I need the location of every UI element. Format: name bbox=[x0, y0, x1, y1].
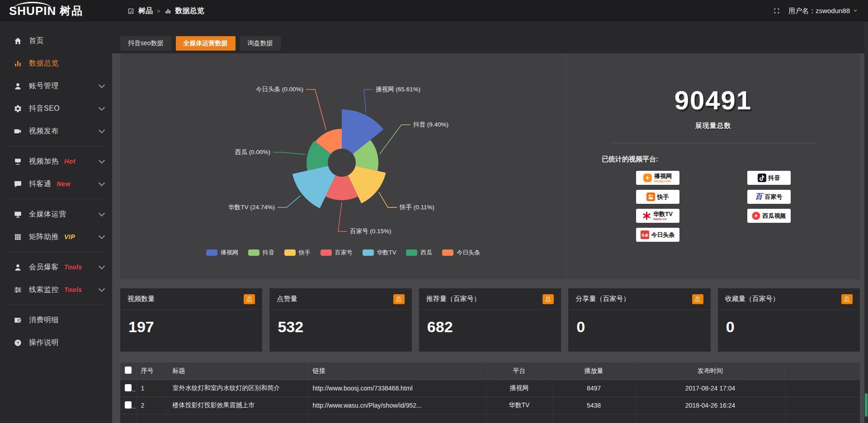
scrollbar-thumb[interactable] bbox=[865, 393, 868, 417]
legend-label: 播视网 bbox=[221, 249, 238, 257]
sidebar-item-账号管理[interactable]: 账号管理 bbox=[0, 75, 112, 97]
fullscreen-button[interactable] bbox=[773, 7, 780, 14]
sidebar-item-数据总览[interactable]: 数据总览 bbox=[0, 52, 112, 75]
row-checkbox[interactable] bbox=[125, 401, 132, 409]
cell-empty bbox=[785, 397, 860, 414]
stat-card-total-badge[interactable]: 总 bbox=[841, 294, 853, 304]
sidebar-item-矩阵助推[interactable]: 矩阵助推VIP bbox=[0, 226, 112, 248]
chevron-down-icon bbox=[99, 286, 105, 292]
sidebar-item-label: 全媒体运营 bbox=[29, 210, 66, 219]
stat-card-total-badge[interactable]: 总 bbox=[244, 294, 255, 304]
video-icon bbox=[14, 127, 22, 136]
user-label: 用户名：zswodun88 bbox=[788, 7, 850, 15]
platform-badge-播视网: 播视网boosj.com bbox=[636, 171, 679, 185]
row-checkbox[interactable] bbox=[125, 384, 132, 391]
tab-询盘数据[interactable]: 询盘数据 bbox=[240, 36, 281, 51]
breadcrumb-root[interactable]: 树品 bbox=[138, 6, 153, 16]
cell-link[interactable]: http://www.boosj.com/7338468.html bbox=[308, 380, 486, 397]
stat-card-推荐量（百家号）: 推荐量（百家号）总682 bbox=[419, 288, 561, 352]
legend-label: 今日头条 bbox=[457, 249, 480, 257]
platforms-title: 已统计的视频平台: bbox=[602, 155, 860, 164]
legend-item-今日头条[interactable]: 今日头条 bbox=[442, 249, 480, 257]
legend-swatch bbox=[442, 249, 453, 256]
stat-card-value: 532 bbox=[269, 310, 411, 336]
chevron-down-icon bbox=[99, 104, 105, 111]
cell-plays: 5438 bbox=[552, 397, 636, 414]
cell-index bbox=[136, 414, 168, 423]
legend-item-西瓜[interactable]: 西瓜 bbox=[406, 249, 432, 257]
chevron-down-icon bbox=[99, 263, 105, 269]
tab-抖音seo数据[interactable]: 抖音seo数据 bbox=[120, 36, 171, 51]
cell-link[interactable]: http://www.wasu.cn/Play/show/id/952... bbox=[308, 397, 486, 414]
pie-label-line bbox=[380, 125, 410, 154]
wallet-icon bbox=[14, 316, 22, 324]
sidebar-item-会员爆客[interactable]: 会员爆客Tools bbox=[0, 256, 112, 278]
chevron-down-icon bbox=[99, 233, 105, 239]
user-icon bbox=[14, 82, 22, 90]
stat-card-total-badge[interactable]: 总 bbox=[542, 294, 554, 304]
pie-label: 西瓜 (0.00%) bbox=[235, 149, 270, 155]
legend-item-抖音[interactable]: 抖音 bbox=[248, 249, 274, 257]
legend-swatch bbox=[321, 249, 332, 256]
total-impressions-label: 展现量总数 bbox=[566, 122, 860, 130]
cell-title[interactable] bbox=[168, 414, 308, 423]
logo-text: SHUPIN bbox=[9, 5, 56, 17]
table-header-链接: 链接 bbox=[308, 362, 486, 380]
stat-card-value: 0 bbox=[568, 310, 710, 336]
sidebar-item-label: 抖音SEO bbox=[29, 104, 60, 113]
chevron-down-icon bbox=[99, 127, 105, 133]
sidebar-item-消费明细[interactable]: 消费明细 bbox=[0, 309, 112, 331]
sidebar-item-badge: Tools bbox=[64, 263, 82, 271]
tab-全媒体运营数据[interactable]: 全媒体运营数据 bbox=[176, 36, 236, 51]
sidebar-item-首页[interactable]: 首页 bbox=[0, 29, 112, 52]
cell-time: 2018-04-26 16:24 bbox=[636, 397, 785, 414]
legend-item-快手[interactable]: 快手 bbox=[284, 249, 311, 257]
sidebar-item-抖客通[interactable]: 抖客通New bbox=[0, 173, 112, 195]
breadcrumb-current: 数据总览 bbox=[175, 6, 204, 16]
stat-card-视频数量: 视频数量总197 bbox=[120, 288, 262, 352]
legend-item-播视网[interactable]: 播视网 bbox=[206, 249, 238, 257]
cell-title[interactable]: 室外水纹灯和室内水纹灯的区别和简介 bbox=[168, 380, 308, 397]
sidebar-item-全媒体运营[interactable]: 全媒体运营 bbox=[0, 203, 112, 226]
stat-card-header: 点赞量总 bbox=[269, 288, 411, 310]
sidebar-menu: 首页数据总览账号管理抖音SEO视频发布视频加热Hot抖客通New全媒体运营矩阵助… bbox=[0, 29, 112, 354]
legend-label: 快手 bbox=[299, 249, 311, 257]
topbar: SHUPIN 树品 树品 > 数据总览 用户名：zswodun88 bbox=[0, 0, 868, 22]
user-menu[interactable]: 用户名：zswodun88 bbox=[788, 7, 858, 15]
chevron-down-icon bbox=[853, 8, 858, 14]
sidebar-item-操作说明[interactable]: ?操作说明 bbox=[0, 331, 112, 354]
select-all-checkbox[interactable] bbox=[125, 367, 132, 374]
sidebar-item-label: 会员爆客 bbox=[29, 263, 59, 272]
question-icon: ? bbox=[14, 338, 22, 347]
cell-title[interactable]: 楼体投影灯投影效果震撼上市 bbox=[168, 397, 308, 414]
pie-label: 播视网 (65.61%) bbox=[376, 86, 420, 93]
summary-divider bbox=[611, 143, 816, 143]
legend-swatch bbox=[284, 249, 296, 256]
kuaishou-icon bbox=[646, 193, 655, 201]
sidebar-item-badge: New bbox=[57, 180, 71, 188]
sidebar-item-视频加热[interactable]: 视频加热Hot bbox=[0, 150, 112, 173]
page-scrollbar[interactable] bbox=[864, 22, 868, 423]
table-row: 2楼体投影灯投影效果震撼上市http://www.wasu.cn/Play/sh… bbox=[120, 397, 860, 414]
stat-card-total-badge[interactable]: 总 bbox=[692, 294, 703, 304]
pie-label: 百家号 (0.15%) bbox=[350, 228, 392, 235]
sidebar-item-视频发布[interactable]: 视频发布 bbox=[0, 120, 112, 142]
cell-platform: 播视网 bbox=[486, 380, 552, 397]
legend-item-百家号[interactable]: 百家号 bbox=[321, 249, 353, 257]
legend-item-华数TV[interactable]: 华数TV bbox=[363, 249, 396, 257]
sidebar-item-label: 视频发布 bbox=[29, 127, 59, 136]
monitor-icon bbox=[14, 210, 22, 219]
sidebar-item-抖音SEO[interactable]: 抖音SEO bbox=[0, 97, 112, 120]
breadcrumb-separator: > bbox=[157, 8, 160, 14]
sidebar-item-badge: Tools bbox=[64, 286, 82, 293]
cell-index: 2 bbox=[136, 397, 168, 414]
stat-card-title: 推荐量（百家号） bbox=[426, 295, 481, 303]
stat-card-total-badge[interactable]: 总 bbox=[393, 294, 405, 304]
legend-swatch bbox=[248, 249, 259, 256]
platform-pie-chart: 播视网 (65.61%)抖音 (9.40%)快手 (0.11%)百家号 (0.1… bbox=[120, 53, 566, 279]
legend-swatch bbox=[363, 249, 374, 256]
sidebar-item-线索监控[interactable]: 线索监控Tools bbox=[0, 278, 112, 301]
cell-link[interactable] bbox=[308, 414, 486, 423]
sidebar-item-label: 矩阵助推 bbox=[29, 232, 59, 242]
table-header-row: 序号标题链接平台播放量发布时间 bbox=[120, 362, 860, 380]
